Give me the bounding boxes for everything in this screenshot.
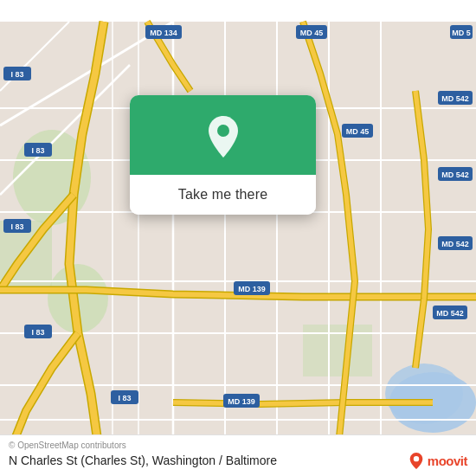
location-popup: Take me there <box>130 95 316 215</box>
location-label-row: N Charles St (Charles St), Washington / … <box>9 452 467 469</box>
svg-text:MD 45: MD 45 <box>346 127 370 136</box>
svg-text:MD 45: MD 45 <box>300 29 324 37</box>
svg-text:MD 5: MD 5 <box>452 29 471 37</box>
svg-text:MD 542: MD 542 <box>441 170 469 179</box>
svg-text:MD 542: MD 542 <box>441 240 469 248</box>
svg-text:I 83: I 83 <box>10 70 23 79</box>
svg-text:MD 542: MD 542 <box>441 94 469 103</box>
svg-text:I 83: I 83 <box>10 222 23 231</box>
svg-point-55 <box>217 125 229 137</box>
svg-text:I 83: I 83 <box>118 394 131 402</box>
svg-text:MD 542: MD 542 <box>436 309 464 318</box>
moovit-brand-text: moovit <box>428 453 467 468</box>
bottom-info-bar: © OpenStreetMap contributors N Charles S… <box>0 434 476 476</box>
svg-text:I 83: I 83 <box>31 328 44 337</box>
location-pin-icon <box>201 114 246 159</box>
popup-header <box>130 95 316 175</box>
svg-point-56 <box>414 456 419 461</box>
location-name: N Charles St (Charles St), Washington / … <box>9 453 277 467</box>
map-attribution: © OpenStreetMap contributors <box>9 441 467 450</box>
svg-text:MD 139: MD 139 <box>228 397 255 406</box>
svg-text:MD 134: MD 134 <box>150 29 177 37</box>
take-me-there-button[interactable]: Take me there <box>130 175 316 215</box>
moovit-pin-icon <box>408 452 425 469</box>
map-background: MD 134 MD 45 MD 45 MD 542 MD 542 MD 542 … <box>0 0 476 476</box>
moovit-logo: moovit <box>408 452 467 469</box>
svg-text:MD 139: MD 139 <box>238 285 266 293</box>
svg-text:I 83: I 83 <box>31 146 44 155</box>
map-container: MD 134 MD 45 MD 45 MD 542 MD 542 MD 542 … <box>0 0 476 476</box>
